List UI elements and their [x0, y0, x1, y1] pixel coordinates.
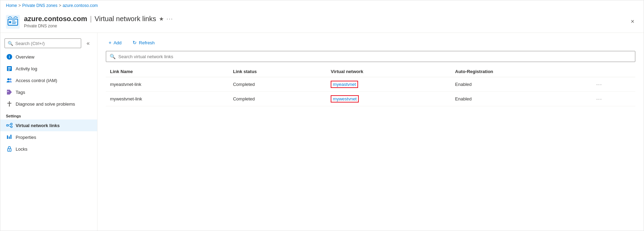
virtual-network-links-table: Link Name Link status Virtual network Au…: [106, 66, 635, 106]
cell-auto-registration: Enabled: [451, 77, 592, 92]
page-title: Virtual network links: [94, 15, 156, 23]
toolbar: + Add ↻ Refresh: [106, 38, 635, 47]
col-link-status: Link status: [229, 66, 327, 77]
cell-virtual-network: myeastvnet: [327, 77, 451, 92]
sidebar-item-virtual-network-links[interactable]: Virtual network links: [0, 119, 97, 131]
sidebar-item-diagnose[interactable]: Diagnose and solve problems: [0, 98, 97, 110]
col-actions: [592, 66, 635, 77]
svg-text:i: i: [9, 55, 10, 59]
cell-row-actions[interactable]: ···: [592, 92, 635, 106]
svg-point-16: [7, 125, 8, 126]
cell-row-actions[interactable]: ···: [592, 77, 635, 92]
sidebar-label-vnet-links: Virtual network links: [16, 123, 60, 128]
virtual-network-link[interactable]: mywestvnet: [333, 96, 357, 101]
svg-rect-9: [8, 67, 11, 68]
svg-point-17: [11, 123, 12, 125]
svg-point-25: [9, 150, 10, 151]
content-area: + Add ↻ Refresh 🔍 Link Name Link stat: [98, 33, 644, 231]
add-icon: +: [109, 40, 111, 45]
breadcrumb-current[interactable]: azure.contoso.com: [62, 3, 98, 8]
table-search-bar: 🔍: [106, 51, 635, 62]
sidebar-label-overview: Overview: [16, 54, 34, 60]
svg-line-20: [8, 126, 11, 127]
cell-link-name: myeastvnet-link: [106, 77, 229, 92]
settings-section-label: Settings: [0, 110, 97, 119]
refresh-label: Refresh: [139, 40, 155, 45]
header-title-block: azure.contoso.com | Virtual network link…: [24, 15, 627, 28]
col-link-name: Link Name: [106, 66, 229, 77]
sidebar: 🔍 « i Overview Activity log: [0, 33, 98, 231]
resource-name: azure.contoso.com: [24, 15, 87, 23]
sidebar-item-activity-log[interactable]: Activity log: [0, 63, 97, 74]
svg-point-13: [9, 78, 11, 80]
svg-rect-10: [8, 69, 11, 69]
svg-point-12: [7, 78, 9, 80]
resource-icon: [6, 15, 20, 29]
svg-rect-22: [9, 136, 10, 139]
table-row: myeastvnet-linkCompletedmyeastvnetEnable…: [106, 77, 635, 92]
sidebar-item-locks[interactable]: Locks: [0, 143, 97, 155]
col-auto-registration: Auto-Registration: [451, 66, 592, 77]
add-label: Add: [113, 40, 121, 45]
cell-link-name: mywestvnet-link: [106, 92, 229, 106]
virtual-network-link[interactable]: myeastvnet: [333, 82, 356, 87]
sidebar-label-access: Access control (IAM): [16, 78, 57, 83]
virtual-network-links-icon: [6, 122, 13, 129]
refresh-button[interactable]: ↻ Refresh: [130, 38, 158, 47]
svg-rect-23: [10, 135, 11, 139]
sidebar-label-diagnose: Diagnose and solve problems: [16, 101, 75, 107]
tags-icon: [6, 89, 13, 96]
table-row: mywestvnet-linkCompletedmywestvnetEnable…: [106, 92, 635, 106]
refresh-icon: ↻: [133, 40, 137, 45]
collapse-button[interactable]: «: [83, 38, 93, 48]
svg-point-2: [9, 21, 11, 23]
search-input[interactable]: [15, 41, 78, 46]
col-virtual-network: Virtual network: [327, 66, 451, 77]
breadcrumb: Home > Private DNS zones > azure.contoso…: [0, 0, 644, 11]
favorite-star[interactable]: ★: [159, 16, 164, 22]
breadcrumb-home[interactable]: Home: [6, 3, 17, 8]
sidebar-label-locks: Locks: [16, 146, 27, 152]
close-button[interactable]: ×: [627, 16, 638, 27]
more-options[interactable]: ···: [167, 16, 173, 22]
svg-rect-21: [7, 135, 8, 139]
access-control-icon: [6, 77, 13, 84]
sidebar-label-activity: Activity log: [16, 66, 37, 71]
sidebar-item-tags[interactable]: Tags: [0, 86, 97, 98]
highlight-box: mywestvnet: [331, 95, 359, 103]
cell-link-status: Completed: [229, 92, 327, 106]
cell-virtual-network: mywestvnet: [327, 92, 451, 106]
search-icon: 🔍: [110, 54, 116, 59]
cell-link-status: Completed: [229, 77, 327, 92]
svg-point-18: [11, 126, 12, 128]
sidebar-label-tags: Tags: [16, 90, 25, 95]
sidebar-item-properties[interactable]: Properties: [0, 131, 97, 143]
overview-icon: i: [6, 53, 13, 60]
sidebar-item-access-control[interactable]: Access control (IAM): [0, 74, 97, 86]
sidebar-item-overview[interactable]: i Overview: [0, 51, 97, 63]
highlight-box: myeastvnet: [331, 81, 358, 88]
activity-log-icon: [6, 65, 13, 72]
sidebar-search-area: 🔍 «: [0, 36, 97, 51]
breadcrumb-private-dns[interactable]: Private DNS zones: [22, 3, 57, 8]
properties-icon: [6, 134, 13, 141]
svg-point-15: [9, 106, 10, 107]
svg-rect-11: [8, 70, 10, 71]
add-button[interactable]: + Add: [106, 38, 124, 47]
page-header: azure.contoso.com | Virtual network link…: [0, 11, 644, 33]
resource-subtitle: Private DNS zone: [24, 24, 627, 28]
sidebar-label-properties: Properties: [16, 135, 36, 140]
diagnose-icon: [6, 100, 13, 107]
svg-point-14: [8, 91, 9, 92]
sidebar-search-box[interactable]: 🔍: [5, 38, 81, 48]
svg-line-19: [8, 124, 11, 125]
cell-auto-registration: Enabled: [451, 92, 592, 106]
table-search-input[interactable]: [118, 54, 632, 59]
locks-icon: [6, 145, 13, 152]
